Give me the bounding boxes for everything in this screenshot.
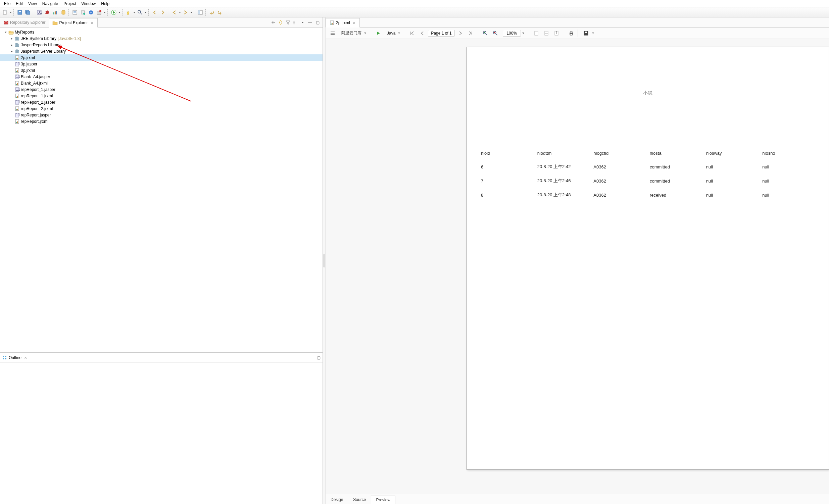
file-item[interactable]: repReport_1.jrxml [0, 93, 323, 99]
menu-navigate[interactable]: Navigate [40, 1, 61, 7]
file-item[interactable]: 1103p.jasper [0, 61, 323, 67]
settings-button[interactable] [328, 29, 337, 37]
chart-wizard-button[interactable] [52, 9, 59, 16]
project-root[interactable]: MyReports [0, 29, 323, 35]
compile-button[interactable]: 010 [36, 9, 43, 16]
minimize-button[interactable]: ― [307, 20, 313, 26]
next-page-button[interactable] [456, 29, 465, 37]
twisty-icon[interactable] [3, 31, 8, 34]
highlight-dropdown[interactable] [133, 9, 136, 16]
menu-view[interactable]: View [26, 1, 40, 7]
project-explorer-tab[interactable]: Project Explorer ✕ [49, 18, 97, 28]
vertical-splitter[interactable] [323, 17, 326, 504]
zoom-select[interactable]: 100% [501, 29, 526, 37]
debug-button[interactable] [44, 9, 51, 16]
menu-window[interactable]: Window [79, 1, 99, 7]
undo-button[interactable] [208, 9, 215, 16]
back-dropdown[interactable] [179, 9, 181, 16]
editor-tabs: 2p.jrxml ✕ [326, 17, 829, 28]
filter-button[interactable] [285, 20, 291, 26]
zoom-out-button[interactable] [491, 29, 500, 37]
twisty-icon[interactable] [9, 43, 14, 47]
maximize-button[interactable]: ▢ [317, 355, 321, 360]
import-button[interactable] [95, 9, 103, 16]
publish-button[interactable] [87, 9, 95, 16]
menu-edit[interactable]: Edit [13, 1, 26, 7]
menu-file[interactable]: File [1, 1, 13, 7]
repository-explorer-tab[interactable]: Repository Explorer [0, 18, 49, 27]
new-button[interactable] [1, 9, 9, 16]
outline-tab[interactable]: Outline ✕ [2, 355, 28, 360]
file-item[interactable]: 2p.jrxml [0, 55, 323, 61]
menu-project[interactable]: Project [61, 1, 78, 7]
svg-rect-63 [16, 122, 17, 123]
collapse-all-button[interactable] [292, 20, 298, 26]
lib-jasperreports[interactable]: JasperReports Library [0, 42, 323, 48]
twisty-icon[interactable] [9, 37, 14, 40]
new-dropdown[interactable] [9, 9, 12, 16]
svg-text:010: 010 [38, 10, 42, 15]
import-dropdown[interactable] [103, 9, 106, 16]
run-button[interactable] [110, 9, 117, 16]
run-dropdown[interactable] [118, 9, 121, 16]
file-item[interactable]: Blank_A4.jrxml [0, 80, 323, 86]
actual-size-button[interactable]: 1 [552, 29, 561, 37]
prev-page-button[interactable] [418, 29, 427, 37]
lib-jre[interactable]: JRE System Library [JavaSE-1.8] [0, 35, 323, 42]
subtab-preview[interactable]: Preview [371, 496, 395, 504]
file-item[interactable]: repReport_2.jrxml [0, 105, 323, 112]
file-item[interactable]: 3p.jrxml [0, 67, 323, 73]
view-menu-button[interactable] [300, 20, 306, 26]
last-page-button[interactable] [466, 29, 475, 37]
highlight-button[interactable] [125, 9, 132, 16]
file-item[interactable]: 110repReport.jasper [0, 112, 323, 118]
outline-title-label: Outline [9, 355, 22, 360]
twisty-icon[interactable] [9, 50, 14, 53]
first-page-button[interactable] [408, 29, 417, 37]
link-editor-button[interactable] [270, 20, 276, 26]
dataset-button[interactable] [60, 9, 67, 16]
fit-page-button[interactable] [532, 29, 541, 37]
lang-select[interactable]: Java [384, 29, 402, 37]
close-tab-icon[interactable]: ✕ [353, 21, 356, 25]
redo-button[interactable] [216, 9, 223, 16]
perspective-button[interactable] [197, 9, 204, 16]
file-item[interactable]: 110Blank_A4.jasper [0, 73, 323, 80]
close-tab-icon[interactable]: ✕ [24, 356, 28, 359]
back-button[interactable] [171, 9, 178, 16]
fit-width-button[interactable] [542, 29, 551, 37]
subtab-source[interactable]: Source [348, 495, 371, 504]
next-edit-button[interactable] [159, 9, 167, 16]
save-all-button[interactable] [24, 9, 32, 16]
subreport-button[interactable] [71, 9, 78, 16]
minimize-button[interactable]: ― [312, 355, 316, 360]
maximize-button[interactable]: ▢ [315, 20, 321, 26]
build-button[interactable] [79, 9, 86, 16]
lib-jaspersoft-server[interactable]: Jaspersoft Server Library [0, 48, 323, 55]
editor-tab-2p[interactable]: 2p.jrxml ✕ [326, 18, 360, 28]
forward-dropdown[interactable] [190, 9, 193, 16]
table-cell: null [760, 188, 817, 202]
table-cell: A0362 [591, 160, 648, 174]
close-tab-icon[interactable]: ✕ [91, 21, 94, 25]
menu-help[interactable]: Help [98, 1, 112, 7]
print-button[interactable] [567, 29, 576, 37]
prev-edit-button[interactable] [151, 9, 158, 16]
forward-button[interactable] [182, 9, 189, 16]
project-tree[interactable]: MyReports JRE System Library [JavaSE-1.8… [0, 28, 323, 352]
file-item[interactable]: 110repReport_1.jasper [0, 86, 323, 93]
zoom-in-button[interactable] [481, 29, 490, 37]
file-label: Blank_A4.jasper [20, 74, 51, 79]
export-button[interactable] [582, 29, 590, 37]
subtab-design[interactable]: Design [326, 495, 348, 504]
report-canvas[interactable]: 小斌 nioidniodttmniogctidniostanioswaynios… [326, 39, 829, 494]
search-button[interactable] [136, 9, 144, 16]
run-report-button[interactable] [374, 29, 383, 37]
search-dropdown[interactable] [144, 9, 147, 16]
file-item[interactable]: 110repReport_2.jasper [0, 99, 323, 105]
file-item[interactable]: repReport.jrxml [0, 118, 323, 124]
export-dropdown[interactable] [592, 30, 594, 37]
datasource-select[interactable]: 阿里云门店 [338, 29, 368, 37]
save-button[interactable] [16, 9, 24, 16]
focus-button[interactable] [278, 20, 284, 26]
